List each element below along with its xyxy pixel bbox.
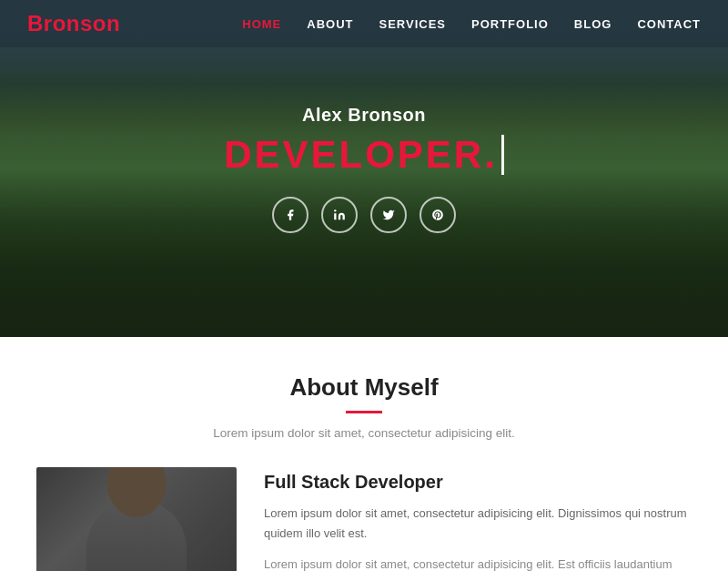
- about-para-2: Lorem ipsum dolor sit amet, consectetur …: [264, 555, 692, 571]
- nav-link-portfolio[interactable]: PORTFOLIO: [471, 17, 549, 31]
- nav-link-blog[interactable]: BLOG: [574, 17, 612, 31]
- brand-logo[interactable]: Bronson: [27, 11, 120, 36]
- brand-letter-rest: ronson: [44, 11, 120, 36]
- hero-cursor: [501, 135, 504, 175]
- facebook-icon[interactable]: [272, 197, 308, 233]
- about-para-1: Lorem ipsum dolor sit amet, consectetur …: [264, 504, 692, 544]
- svg-point-1: [334, 209, 336, 211]
- about-photo: [36, 467, 237, 571]
- about-job-title: Full Stack Developer: [264, 472, 692, 493]
- nav-item-about[interactable]: ABOUT: [307, 15, 353, 32]
- nav-item-services[interactable]: SERVICES: [379, 15, 446, 32]
- about-section: About Myself Lorem ipsum dolor sit amet,…: [0, 337, 728, 571]
- hero-title-text: DEVELOPER.: [224, 133, 498, 177]
- about-underline: [346, 411, 382, 413]
- nav-link-about[interactable]: ABOUT: [307, 17, 353, 31]
- hero-overlay: Alex Bronson DEVELOPER.: [0, 0, 728, 337]
- nav-item-blog[interactable]: BLOG: [574, 15, 612, 32]
- linkedin-icon[interactable]: [321, 197, 358, 233]
- twitter-icon[interactable]: [370, 197, 407, 233]
- nav-item-portfolio[interactable]: PORTFOLIO: [471, 15, 549, 32]
- hero-section: Bronson HOME ABOUT SERVICES PORTFOLIO BL…: [0, 0, 728, 337]
- svg-rect-0: [334, 213, 336, 219]
- nav-link-home[interactable]: HOME: [242, 17, 281, 31]
- about-subtitle: Lorem ipsum dolor sit amet, consectetur …: [27, 426, 701, 440]
- about-title: About Myself: [27, 373, 701, 402]
- nav-link-contact[interactable]: CONTACT: [637, 17, 701, 31]
- navbar: Bronson HOME ABOUT SERVICES PORTFOLIO BL…: [0, 0, 728, 47]
- pinterest-icon[interactable]: [420, 197, 456, 233]
- nav-link-services[interactable]: SERVICES: [379, 17, 446, 31]
- nav-links: HOME ABOUT SERVICES PORTFOLIO BLOG CONTA…: [242, 15, 701, 32]
- hero-title: DEVELOPER.: [224, 133, 504, 177]
- hero-name: Alex Bronson: [302, 105, 426, 126]
- nav-item-contact[interactable]: CONTACT: [637, 15, 701, 32]
- social-icons: [272, 197, 456, 233]
- nav-item-home[interactable]: HOME: [242, 15, 281, 32]
- about-header: About Myself Lorem ipsum dolor sit amet,…: [27, 373, 701, 440]
- about-text: Full Stack Developer Lorem ipsum dolor s…: [264, 467, 692, 571]
- brand-letter-red: B: [27, 11, 44, 36]
- about-content: Full Stack Developer Lorem ipsum dolor s…: [27, 467, 701, 571]
